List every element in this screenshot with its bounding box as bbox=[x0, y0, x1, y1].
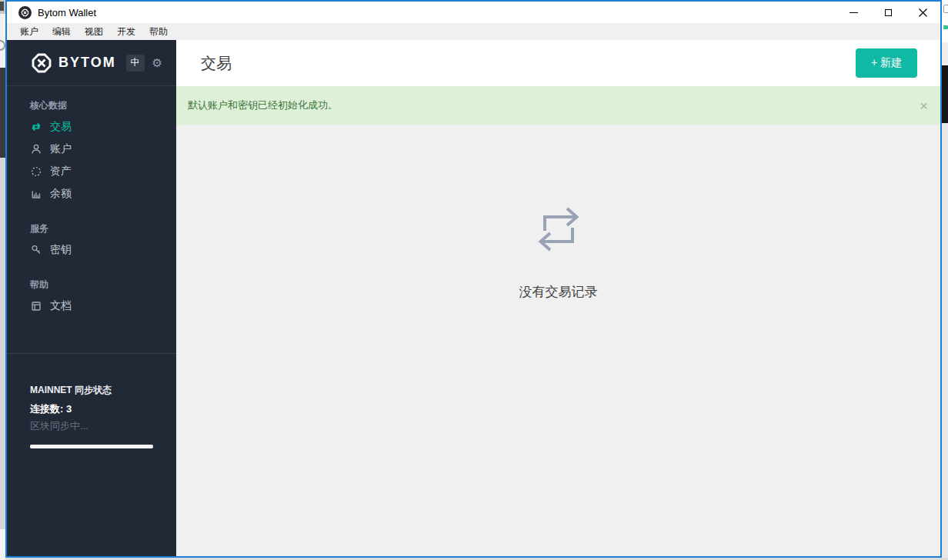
menu-item-account[interactable]: 账户 bbox=[13, 23, 45, 40]
sidebar-item-label: 余额 bbox=[50, 187, 72, 201]
page-title: 交易 bbox=[201, 53, 232, 74]
alert-close-icon[interactable]: × bbox=[920, 98, 928, 113]
background-window-fragment bbox=[943, 25, 948, 29]
network-sync-label: MAINNET 同步状态 bbox=[30, 385, 153, 395]
screen: Bytom Wallet 账户 编辑 视图 开发 帮助 bbox=[0, 0, 948, 560]
nav-section-services: 服务 密钥 bbox=[30, 223, 176, 261]
menu-item-edit[interactable]: 编辑 bbox=[45, 23, 78, 40]
sidebar-item-label: 交易 bbox=[50, 120, 72, 134]
menu-item-develop[interactable]: 开发 bbox=[110, 23, 142, 40]
maximize-icon bbox=[885, 9, 892, 16]
nav-section-label: 帮助 bbox=[30, 279, 176, 290]
connections-count: 连接数: 3 bbox=[30, 403, 153, 415]
sidebar-tools: 中 ⚙ bbox=[126, 55, 162, 72]
sync-progress-bar bbox=[30, 445, 153, 448]
sidebar: BYTOM 中 ⚙ 核心数据 bbox=[7, 40, 176, 556]
window-controls bbox=[836, 2, 940, 23]
title-bar: Bytom Wallet bbox=[7, 2, 940, 23]
sync-progress-fill bbox=[30, 445, 153, 448]
sidebar-item-balances[interactable]: 余额 bbox=[30, 182, 176, 205]
bar-chart-icon bbox=[30, 188, 42, 200]
background-window-fragment bbox=[0, 158, 5, 529]
sidebar-item-label: 密钥 bbox=[50, 243, 72, 257]
page-header: 交易 + 新建 bbox=[176, 40, 940, 86]
sidebar-item-docs[interactable]: 文档 bbox=[30, 295, 176, 317]
minimize-button[interactable] bbox=[836, 2, 871, 23]
sidebar-item-keys[interactable]: 密钥 bbox=[30, 238, 176, 261]
dotted-circle-icon bbox=[30, 165, 42, 178]
background-window-fragment bbox=[0, 529, 5, 560]
transactions-swap-icon bbox=[532, 203, 585, 255]
swap-arrows-icon bbox=[30, 121, 42, 133]
app-window: Bytom Wallet 账户 编辑 视图 开发 帮助 bbox=[5, 0, 942, 558]
sidebar-item-assets[interactable]: 资产 bbox=[30, 160, 176, 182]
nav-section-label: 服务 bbox=[30, 223, 176, 234]
alert-message: 默认账户和密钥已经初始化成功。 bbox=[188, 98, 338, 112]
minimize-icon bbox=[850, 12, 858, 13]
sidebar-item-transactions[interactable]: 交易 bbox=[30, 115, 176, 138]
sidebar-item-label: 文档 bbox=[50, 299, 72, 313]
sidebar-item-label: 账户 bbox=[50, 142, 72, 156]
brand-wordmark: BYTOM bbox=[58, 55, 116, 71]
background-window-fragment bbox=[0, 2, 4, 11]
window-content: BYTOM 中 ⚙ 核心数据 bbox=[7, 40, 940, 556]
background-window-fragment bbox=[0, 68, 5, 158]
menu-bar: 账户 编辑 视图 开发 帮助 bbox=[7, 23, 940, 40]
transactions-empty-state: 没有交易记录 bbox=[176, 125, 940, 556]
background-window-fragment bbox=[942, 65, 948, 123]
nav-section-core-data: 核心数据 交易 bbox=[30, 100, 176, 205]
nav-section-help: 帮助 文档 bbox=[30, 279, 176, 317]
nav-section-label: 核心数据 bbox=[30, 100, 176, 111]
success-alert: 默认账户和密钥已经初始化成功。 × bbox=[176, 86, 940, 125]
background-window-fragment bbox=[942, 42, 948, 65]
close-icon bbox=[919, 8, 927, 17]
close-button[interactable] bbox=[906, 2, 940, 23]
bytom-logo: BYTOM bbox=[30, 52, 116, 75]
connections-value: 3 bbox=[66, 403, 72, 415]
sidebar-brand-row: BYTOM 中 ⚙ bbox=[7, 40, 176, 86]
background-window-fragment bbox=[943, 5, 948, 13]
sync-status-panel: MAINNET 同步状态 连接数: 3 区块同步中... bbox=[7, 354, 176, 448]
window-title: Bytom Wallet bbox=[38, 7, 96, 18]
background-window-fragment bbox=[942, 123, 948, 560]
menu-item-help[interactable]: 帮助 bbox=[142, 23, 175, 40]
language-toggle-button[interactable]: 中 bbox=[126, 55, 145, 72]
connections-label: 连接数: bbox=[30, 403, 63, 415]
sidebar-item-accounts[interactable]: 账户 bbox=[30, 138, 176, 160]
bytom-knot-icon bbox=[30, 52, 53, 75]
maximize-button[interactable] bbox=[871, 2, 906, 23]
sidebar-item-label: 资产 bbox=[50, 165, 72, 178]
empty-state-message: 没有交易记录 bbox=[519, 283, 598, 301]
gear-icon[interactable]: ⚙ bbox=[152, 57, 162, 68]
person-icon bbox=[30, 143, 42, 155]
main-area: 交易 + 新建 默认账户和密钥已经初始化成功。 × bbox=[176, 40, 940, 556]
menu-item-view[interactable]: 视图 bbox=[78, 23, 110, 40]
sync-status-text: 区块同步中... bbox=[30, 420, 153, 432]
document-icon bbox=[30, 300, 42, 312]
new-transaction-button[interactable]: + 新建 bbox=[856, 48, 917, 78]
sidebar-nav: 核心数据 交易 bbox=[7, 86, 176, 335]
bytom-app-icon bbox=[18, 6, 32, 19]
key-icon bbox=[30, 244, 42, 256]
